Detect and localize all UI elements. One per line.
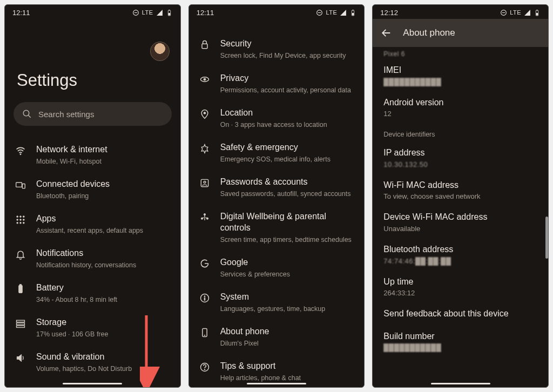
svg-rect-22 xyxy=(17,323,25,325)
row-feedback[interactable]: Send feedback about this device xyxy=(373,302,548,325)
svg-rect-35 xyxy=(318,12,321,12)
google-icon xyxy=(199,257,211,269)
svg-rect-60 xyxy=(536,13,538,15)
scrollbar[interactable] xyxy=(545,217,548,259)
svg-rect-19 xyxy=(19,286,23,293)
item-apps[interactable]: AppsAssistant, recent apps, default apps xyxy=(5,207,180,241)
svg-rect-37 xyxy=(353,10,354,10)
item-title: Google xyxy=(220,257,355,268)
row-android-version[interactable]: Android version 12 xyxy=(373,91,548,124)
brightness-icon xyxy=(15,386,26,387)
svg-point-11 xyxy=(20,216,22,218)
row-key: IMEI xyxy=(383,64,537,76)
item-sub: Screen lock, Find My Device, app securit… xyxy=(220,51,355,60)
svg-point-15 xyxy=(23,219,25,221)
phone-screen-about: 12:12 LTE About phone Pixel 6 IMEI █████… xyxy=(372,4,549,388)
nav-gesture-pill[interactable] xyxy=(63,383,122,384)
battery-icon xyxy=(534,9,541,16)
volume-icon xyxy=(15,352,26,363)
item-system[interactable]: SystemLanguages, gestures, time, backup xyxy=(189,285,365,320)
row-key: Device Wi-Fi MAC address xyxy=(383,211,537,223)
item-privacy[interactable]: PrivacyPermissions, account activity, pe… xyxy=(189,66,365,101)
back-icon[interactable] xyxy=(380,27,392,39)
signal-icon xyxy=(340,9,347,16)
info-icon xyxy=(199,292,211,303)
search-icon xyxy=(22,109,32,119)
row-key: Send feedback about this device xyxy=(383,308,537,320)
item-title: Network & internet xyxy=(36,144,171,156)
svg-point-52 xyxy=(204,335,205,336)
svg-point-17 xyxy=(20,222,22,224)
item-about-phone[interactable]: About phoneDilum's Pixel xyxy=(189,320,365,354)
item-google[interactable]: GoogleServices & preferences xyxy=(189,251,365,285)
search-settings[interactable]: Search settings xyxy=(14,102,172,126)
item-title: Connected devices xyxy=(36,179,171,190)
row-device-wifi-mac[interactable]: Device Wi-Fi MAC address Unavailable xyxy=(373,206,548,238)
item-notifications[interactable]: NotificationsNotification history, conve… xyxy=(5,241,180,276)
item-sub: Languages, gestures, time, backup xyxy=(220,305,355,313)
svg-point-12 xyxy=(23,216,25,218)
row-key: Wi-Fi MAC address xyxy=(383,179,537,191)
status-bar: 12:11 LTE xyxy=(189,5,365,20)
status-icons: LTE xyxy=(500,9,541,16)
svg-rect-50 xyxy=(204,298,205,300)
phone-screen-settings-main: 12:11 LTE Settings Search settings Netwo… xyxy=(4,4,181,388)
item-title: Safety & emergency xyxy=(220,142,355,153)
storage-icon xyxy=(15,317,26,329)
emergency-icon xyxy=(199,142,211,154)
svg-point-10 xyxy=(17,216,18,218)
signal-icon xyxy=(524,9,531,16)
item-title: Apps xyxy=(36,213,171,225)
item-title: Digital Wellbeing & parental controls xyxy=(220,211,355,234)
svg-point-18 xyxy=(23,222,25,224)
row-uptime[interactable]: Up time 264:33:12 xyxy=(373,271,548,303)
row-devicename[interactable]: Pixel 6 xyxy=(373,49,548,59)
row-imei[interactable]: IMEI ███████████ xyxy=(373,59,548,91)
signal-icon xyxy=(156,9,163,16)
row-value-redacted: 10.30.132.50 xyxy=(383,160,537,168)
nav-gesture-pill[interactable] xyxy=(247,383,306,384)
item-sub: Assistant, recent apps, default apps xyxy=(36,226,171,235)
item-tips[interactable]: Tips & supportHelp articles, phone & cha… xyxy=(189,354,365,387)
svg-point-44 xyxy=(204,181,206,184)
svg-rect-23 xyxy=(17,326,25,327)
row-value: 12 xyxy=(383,110,537,118)
row-build-number[interactable]: Build number ███████████ xyxy=(373,325,548,357)
item-wellbeing[interactable]: Digital Wellbeing & parental controlsScr… xyxy=(189,205,365,251)
status-time: 12:12 xyxy=(380,9,398,17)
row-wifi-mac[interactable]: Wi-Fi MAC address To view, choose saved … xyxy=(373,174,548,206)
item-connected[interactable]: Connected devicesBluetooth, pairing xyxy=(5,172,180,207)
item-sub: 34% - About 8 hr, 8 min left xyxy=(36,295,171,304)
section-device-identifiers: Device identifiers xyxy=(373,123,548,141)
settings-list: SecurityScreen lock, Find My Device, app… xyxy=(189,20,365,387)
nav-gesture-pill[interactable] xyxy=(431,383,490,384)
network-label: LTE xyxy=(510,9,521,16)
dnd-icon xyxy=(316,9,323,16)
item-sub: Saved passwords, autofill, synced accoun… xyxy=(220,190,355,198)
svg-point-13 xyxy=(17,219,18,221)
row-ip[interactable]: IP address 10.30.132.50 xyxy=(373,141,548,174)
item-location[interactable]: LocationOn · 3 apps have access to locat… xyxy=(189,101,365,136)
row-value: 264:33:12 xyxy=(383,289,537,297)
item-title: Passwords & accounts xyxy=(220,177,355,188)
profile-avatar[interactable] xyxy=(150,42,170,61)
svg-rect-57 xyxy=(502,12,505,12)
svg-point-7 xyxy=(20,154,21,155)
svg-point-5 xyxy=(23,110,29,116)
dnd-icon xyxy=(132,9,139,16)
svg-point-54 xyxy=(204,369,205,370)
phone-screen-settings-scrolled: 12:11 LTE SecurityScreen lock, Find My D… xyxy=(188,4,365,388)
wifi-icon xyxy=(15,144,26,156)
item-passwords[interactable]: Passwords & accountsSaved passwords, aut… xyxy=(189,170,365,205)
item-safety[interactable]: Safety & emergencyEmergency SOS, medical… xyxy=(189,136,365,170)
row-bluetooth[interactable]: Bluetooth address 74:74:46:██:██:██ xyxy=(373,238,548,271)
row-value: Unavailable xyxy=(383,225,537,233)
svg-rect-59 xyxy=(536,10,537,10)
item-title: Notifications xyxy=(36,248,171,259)
item-sub: Notification history, conversations xyxy=(36,261,171,269)
row-value: To view, choose saved network xyxy=(383,192,537,200)
item-battery[interactable]: Battery34% - About 8 hr, 8 min left xyxy=(5,276,180,310)
svg-rect-4 xyxy=(168,13,170,15)
item-security[interactable]: SecurityScreen lock, Find My Device, app… xyxy=(189,32,365,66)
item-network[interactable]: Network & internetMobile, Wi-Fi, hotspot xyxy=(5,138,180,172)
